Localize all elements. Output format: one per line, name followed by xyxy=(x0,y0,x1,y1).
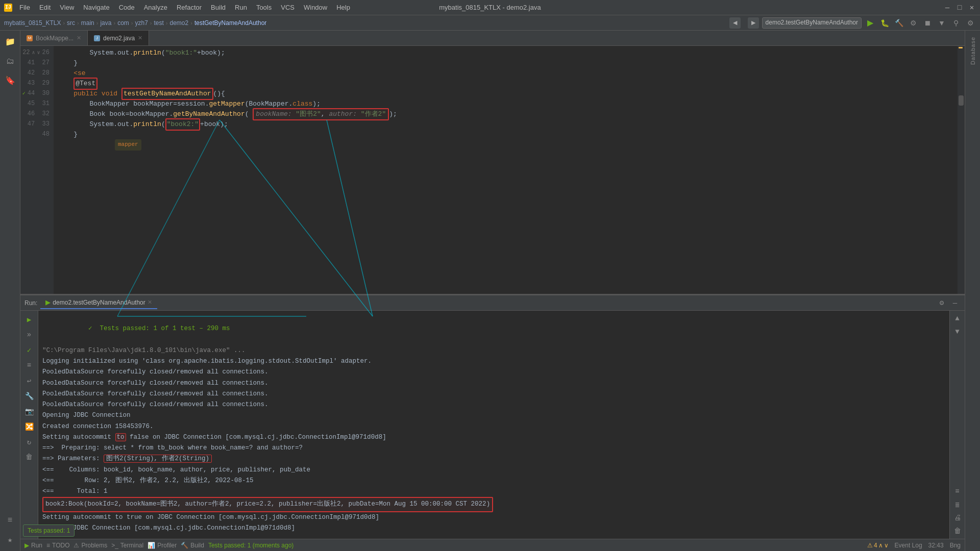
run-tab-name: demo2.testGetByNameAndAuthor xyxy=(53,299,145,306)
filter-button[interactable]: 🗑 xyxy=(952,525,963,537)
build-button-status[interactable]: 🔨 Build xyxy=(181,542,204,549)
scroll-up-button[interactable]: ▲ xyxy=(952,313,963,324)
editor-run-area: M BookMappe... ✕ J demo2.java ✕ xyxy=(20,31,965,551)
menu-build[interactable]: Build xyxy=(207,2,230,13)
tab-close-demo2[interactable]: ✕ xyxy=(138,35,142,41)
close-button[interactable]: ✕ xyxy=(968,4,976,12)
print-button[interactable]: 🖨 xyxy=(952,512,963,523)
maximize-button[interactable]: □ xyxy=(955,4,964,12)
right-sidebar: Database xyxy=(965,31,980,551)
sidebar-structure-icon[interactable]: 🗂 xyxy=(1,52,19,70)
sidebar-bookmark-icon[interactable]: 🔖 xyxy=(1,71,19,90)
code-line-31: BookMapper bookMapper=session.getMapper(… xyxy=(54,99,958,109)
breadcrumb-method[interactable]: testGetByNameAndAuthor xyxy=(194,19,266,27)
menu-tools[interactable]: Tools xyxy=(252,2,276,13)
code-line-30: public void testGetByNameAndAuthor(){ xyxy=(54,89,958,99)
settings-panel-button[interactable]: ⚙ xyxy=(936,297,947,309)
run-tab-close[interactable]: ✕ xyxy=(148,299,152,306)
breadcrumb-main[interactable]: main xyxy=(81,19,94,27)
run-config-selector[interactable]: demo2.testGetByNameAndAuthor xyxy=(762,17,862,29)
settings-main-button[interactable]: ⚙ xyxy=(965,17,976,29)
breadcrumb-java[interactable]: java xyxy=(100,19,111,27)
menu-view[interactable]: View xyxy=(56,2,78,13)
menu-navigate[interactable]: Navigate xyxy=(79,2,113,13)
breadcrumb-back-btn[interactable]: ◀ xyxy=(729,17,741,29)
line-42: 42 28 xyxy=(20,68,54,79)
run-panel-header: Run: ▶ demo2.testGetByNameAndAuthor ✕ ⚙ … xyxy=(20,295,965,311)
menu-run[interactable]: Run xyxy=(231,2,251,13)
terminal-button[interactable]: >_ Terminal xyxy=(111,542,143,549)
test-passed-badge: Tests passed: 1 xyxy=(23,524,75,537)
output-preparing: ==> Preparing: select * from tb_book whe… xyxy=(42,443,945,454)
run-expand-arrow[interactable]: ✓ xyxy=(22,343,36,357)
editor-scrollbar[interactable] xyxy=(958,46,965,294)
minimize-button[interactable]: — xyxy=(943,4,951,12)
position-indicator: 32:43 xyxy=(928,542,944,549)
run-collapse-all[interactable]: ≡ xyxy=(22,359,36,372)
tab-close-bookmapper[interactable]: ✕ xyxy=(77,35,81,41)
sidebar-favorites-icon[interactable]: ★ xyxy=(1,531,19,549)
menu-file[interactable]: File xyxy=(15,2,34,13)
breadcrumb-com[interactable]: com xyxy=(117,19,129,27)
event-log-button[interactable]: Event Log xyxy=(895,542,922,549)
code-line-34: } xyxy=(54,130,958,140)
scroll-down-button[interactable]: ▼ xyxy=(952,326,963,337)
todo-button[interactable]: ≡ TODO xyxy=(46,542,69,549)
tab-demo2[interactable]: J demo2.java ✕ xyxy=(88,31,149,45)
run-again-button[interactable]: ▶ xyxy=(22,313,36,326)
output-pool3: PooledDataSource forcefully closed/remov… xyxy=(42,389,945,399)
run-tab-test[interactable]: ▶ demo2.testGetByNameAndAuthor ✕ xyxy=(40,296,157,309)
menu-code[interactable]: Code xyxy=(115,2,139,13)
code-mapper-tag: mapper xyxy=(54,140,958,150)
run-restore-btn[interactable]: ↩ xyxy=(22,374,36,387)
settings-run-button[interactable]: ⚙ xyxy=(908,17,919,29)
breadcrumb-project[interactable]: mybatis_0815_KTLX xyxy=(4,19,61,27)
code-line-33: System.out.println("book2:"+book); xyxy=(54,119,958,130)
run-config-btn[interactable]: 🔧 xyxy=(22,389,36,403)
sidebar-project-icon[interactable]: 📁 xyxy=(1,33,19,51)
tab-bookmapper[interactable]: M BookMappe... ✕ xyxy=(20,31,88,45)
minimize-panel-button[interactable]: — xyxy=(949,297,961,309)
breadcrumb-forward-btn[interactable]: ▶ xyxy=(748,17,759,29)
breadcrumb-demo2[interactable]: demo2 xyxy=(170,19,189,27)
status-left: ▶ Run ≡ TODO ⚠ Problems >_ Terminal 📊 xyxy=(24,542,293,549)
line-41: 41 27 xyxy=(20,58,54,68)
more-run-button[interactable]: ▼ xyxy=(936,17,947,29)
output-java-path: "C:\Program Files\Java\jdk1.8.0_101\bin\… xyxy=(42,345,945,356)
run-trash-btn[interactable]: 🗑 xyxy=(22,450,36,464)
sidebar-structure-bottom-icon[interactable]: ≡ xyxy=(1,511,19,530)
code-lines: System.out.println("book1:"+book); } <se xyxy=(54,46,958,294)
caret-button[interactable]: ≣ xyxy=(952,499,963,510)
run-output[interactable]: ✓ Tests passed: 1 of 1 test – 290 ms "C:… xyxy=(38,311,949,539)
build-button[interactable]: 🔨 xyxy=(893,17,904,29)
run-status-button[interactable]: ▶ Run xyxy=(24,542,42,549)
app-icon: IJ xyxy=(4,4,12,12)
breadcrumb-yzh7[interactable]: yzh7 xyxy=(135,19,148,27)
menu-help[interactable]: Help xyxy=(332,2,354,13)
soft-wrap-button[interactable]: ≡ xyxy=(952,486,963,497)
database-sidebar-label[interactable]: Database xyxy=(968,33,978,69)
run-camera-btn[interactable]: 📷 xyxy=(22,405,36,418)
output-row: <== Row: 2, 图书2, 作者2, 2.2, 出版社2, 2022-08… xyxy=(42,475,945,486)
run-rebuild-btn[interactable]: ↻ xyxy=(22,435,36,448)
profiler-button[interactable]: 📊 Profiler xyxy=(148,542,177,549)
search-everywhere-button[interactable]: ⚲ xyxy=(950,17,962,29)
debug-button[interactable]: 🐛 xyxy=(879,17,890,29)
breadcrumb-test[interactable]: test xyxy=(154,19,164,27)
menu-window[interactable]: Window xyxy=(300,2,331,13)
test-pass-icon-44: ✓ xyxy=(22,90,26,98)
status-bar: ▶ Run ≡ TODO ⚠ Problems >_ Terminal 📊 xyxy=(20,539,965,551)
run-button[interactable]: ▶ xyxy=(865,17,876,29)
menu-analyze[interactable]: Analyze xyxy=(140,2,172,13)
code-line-27: } xyxy=(54,58,958,68)
menu-refactor[interactable]: Refactor xyxy=(173,2,206,13)
menu-edit[interactable]: Edit xyxy=(35,2,55,13)
stop-button[interactable]: ⏹ xyxy=(922,17,933,29)
warning-icon-status: ⚠ xyxy=(867,542,873,549)
breadcrumb-src[interactable]: src xyxy=(67,19,75,27)
run-collapse-button[interactable]: » xyxy=(22,328,36,341)
problems-button[interactable]: ⚠ Problems xyxy=(74,542,107,549)
run-sort-btn[interactable]: 🔀 xyxy=(22,420,36,433)
menu-vcs[interactable]: VCS xyxy=(277,2,299,13)
output-closing: Closing JDBC Connection [com.mysql.cj.jd… xyxy=(42,523,945,534)
